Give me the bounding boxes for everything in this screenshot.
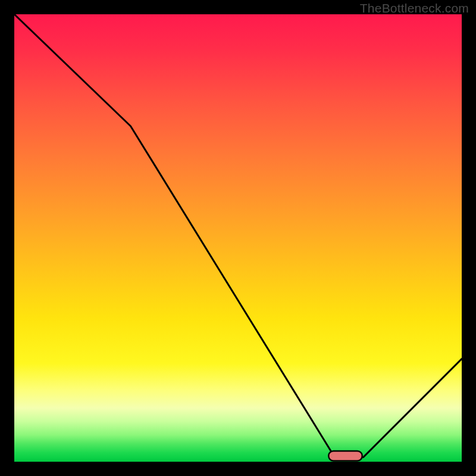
plot-area <box>14 14 462 462</box>
chart-frame: TheBottleneck.com <box>0 0 476 476</box>
heat-gradient-background <box>14 14 462 462</box>
watermark-text: TheBottleneck.com <box>360 1 469 15</box>
